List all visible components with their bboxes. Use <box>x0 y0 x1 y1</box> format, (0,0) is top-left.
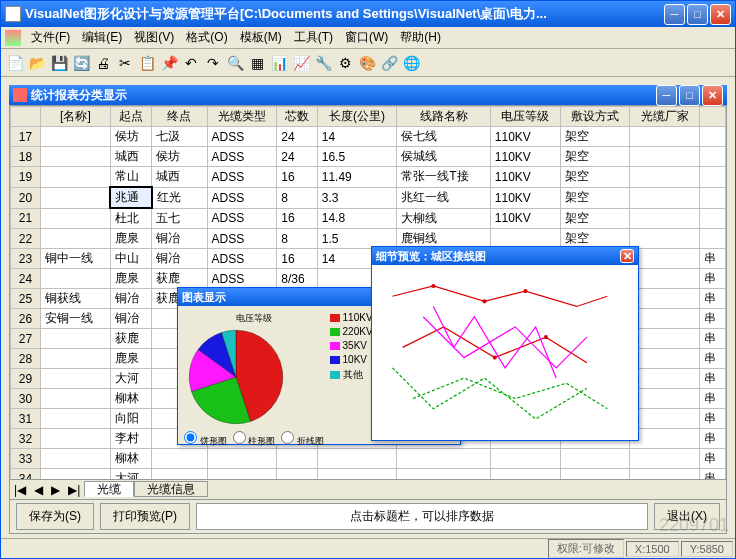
cell[interactable] <box>630 329 700 349</box>
cell[interactable] <box>700 147 726 167</box>
preview-titlebar[interactable]: 细节预览：城区接线图 ✕ <box>372 247 638 265</box>
cell[interactable] <box>630 449 700 469</box>
table-row[interactable]: 18城西侯坊ADSS2416.5侯城线110KV架空 <box>11 147 726 167</box>
new-icon[interactable]: 📄 <box>5 53 25 73</box>
zoom-icon[interactable]: 🔍 <box>225 53 245 73</box>
cell[interactable]: 兆红一线 <box>397 187 490 208</box>
cell[interactable]: 16 <box>277 208 317 229</box>
tab-nav-btn[interactable]: ▶ <box>47 483 64 497</box>
cell[interactable]: 铜获线 <box>41 289 111 309</box>
table-row[interactable]: 33柳林串 <box>11 449 726 469</box>
cell[interactable] <box>630 249 700 269</box>
close-button[interactable]: ✕ <box>710 4 731 25</box>
paste-icon[interactable]: 📌 <box>159 53 179 73</box>
cell[interactable]: 七汲 <box>152 127 207 147</box>
tab[interactable]: 光缆信息 <box>134 481 208 497</box>
tab-nav-btn[interactable]: ◀ <box>30 483 47 497</box>
col-header[interactable]: 终点 <box>152 107 207 127</box>
cell[interactable]: 常山 <box>110 167 152 188</box>
cell[interactable]: 架空 <box>560 167 630 188</box>
cell[interactable]: 110KV <box>490 167 560 188</box>
table-row[interactable]: 20兆通红光ADSS83.3兆红一线110KV架空 <box>11 187 726 208</box>
redo-icon[interactable]: ↷ <box>203 53 223 73</box>
chart-type-radio[interactable]: 饼形图 <box>184 431 227 448</box>
cell[interactable]: 铜冶 <box>110 309 152 329</box>
table-row[interactable]: 21杜北五七ADSS1614.8大柳线110KV架空 <box>11 208 726 229</box>
row-number[interactable]: 19 <box>11 167 41 188</box>
cell[interactable] <box>700 229 726 249</box>
col-header[interactable]: 光缆厂家 <box>630 107 700 127</box>
cell[interactable]: 大柳线 <box>397 208 490 229</box>
cell[interactable]: 串 <box>700 309 726 329</box>
row-number[interactable]: 25 <box>11 289 41 309</box>
cell[interactable] <box>630 469 700 480</box>
tool1-icon[interactable]: 🔧 <box>313 53 333 73</box>
cell[interactable]: 城西 <box>110 147 152 167</box>
cell[interactable]: 铜冶 <box>110 289 152 309</box>
cell[interactable]: 铜冶 <box>152 229 207 249</box>
cell[interactable]: 16.5 <box>317 147 397 167</box>
row-number[interactable]: 33 <box>11 449 41 469</box>
undo-icon[interactable]: ↶ <box>181 53 201 73</box>
col-header[interactable] <box>11 107 41 127</box>
cell[interactable]: 获鹿 <box>110 329 152 349</box>
cell[interactable] <box>630 187 700 208</box>
cell[interactable] <box>630 127 700 147</box>
cell[interactable] <box>630 229 700 249</box>
col-header[interactable]: 敷设方式 <box>560 107 630 127</box>
cell[interactable] <box>317 469 397 480</box>
col-header[interactable] <box>700 107 726 127</box>
col-header[interactable]: 光缆类型 <box>207 107 277 127</box>
cell[interactable] <box>630 409 700 429</box>
cell[interactable] <box>490 449 560 469</box>
row-number[interactable]: 27 <box>11 329 41 349</box>
report-max-button[interactable]: □ <box>679 85 700 106</box>
row-number[interactable]: 17 <box>11 127 41 147</box>
chart-icon[interactable]: 📈 <box>291 53 311 73</box>
cell[interactable]: 3.3 <box>317 187 397 208</box>
cell[interactable] <box>41 409 111 429</box>
col-header[interactable]: 电压等级 <box>490 107 560 127</box>
cell[interactable] <box>560 469 630 480</box>
row-number[interactable]: 28 <box>11 349 41 369</box>
cell[interactable] <box>41 269 111 289</box>
cell[interactable]: 串 <box>700 249 726 269</box>
cell[interactable]: 侯城线 <box>397 147 490 167</box>
cell[interactable]: 16 <box>277 167 317 188</box>
cell[interactable]: 110KV <box>490 187 560 208</box>
menu-item[interactable]: 窗口(W) <box>339 29 394 46</box>
cell[interactable]: 架空 <box>560 208 630 229</box>
cell[interactable]: 柳林 <box>110 449 152 469</box>
print-icon[interactable]: 🖨 <box>93 53 113 73</box>
cell[interactable]: 24 <box>277 147 317 167</box>
cell[interactable]: 鹿泉 <box>110 349 152 369</box>
cell[interactable] <box>630 289 700 309</box>
tab[interactable]: 光缆 <box>84 481 134 497</box>
cell[interactable] <box>490 469 560 480</box>
cell[interactable] <box>630 147 700 167</box>
cell[interactable] <box>277 449 317 469</box>
cell[interactable]: 兆通 <box>110 187 152 208</box>
copy-icon[interactable]: 📋 <box>137 53 157 73</box>
cell[interactable]: 串 <box>700 289 726 309</box>
cell[interactable]: 11.49 <box>317 167 397 188</box>
tool2-icon[interactable]: ⚙ <box>335 53 355 73</box>
table-row[interactable]: 34大河串 <box>11 469 726 480</box>
refresh-icon[interactable]: 🔄 <box>71 53 91 73</box>
cell[interactable] <box>560 449 630 469</box>
row-number[interactable]: 21 <box>11 208 41 229</box>
report-min-button[interactable]: ─ <box>656 85 677 106</box>
cell[interactable]: 大河 <box>110 469 152 480</box>
cell[interactable] <box>41 329 111 349</box>
row-number[interactable]: 29 <box>11 369 41 389</box>
saveas-button[interactable]: 保存为(S) <box>16 503 94 530</box>
cut-icon[interactable]: ✂ <box>115 53 135 73</box>
cell[interactable]: ADSS <box>207 229 277 249</box>
cell[interactable] <box>630 369 700 389</box>
cell[interactable]: 安铜一线 <box>41 309 111 329</box>
cell[interactable] <box>630 429 700 449</box>
cell[interactable]: 侯坊 <box>110 127 152 147</box>
cell[interactable] <box>152 469 207 480</box>
col-header[interactable]: 线路名称 <box>397 107 490 127</box>
cell[interactable] <box>700 127 726 147</box>
